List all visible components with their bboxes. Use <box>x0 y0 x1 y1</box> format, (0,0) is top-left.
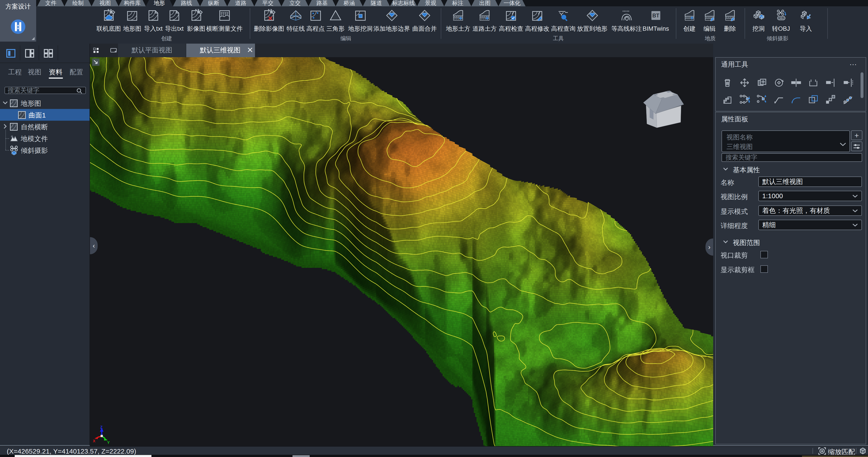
svg-text:Z: Z <box>100 426 102 429</box>
svg-text:Y: Y <box>107 440 110 444</box>
svg-text:X: X <box>93 439 96 443</box>
